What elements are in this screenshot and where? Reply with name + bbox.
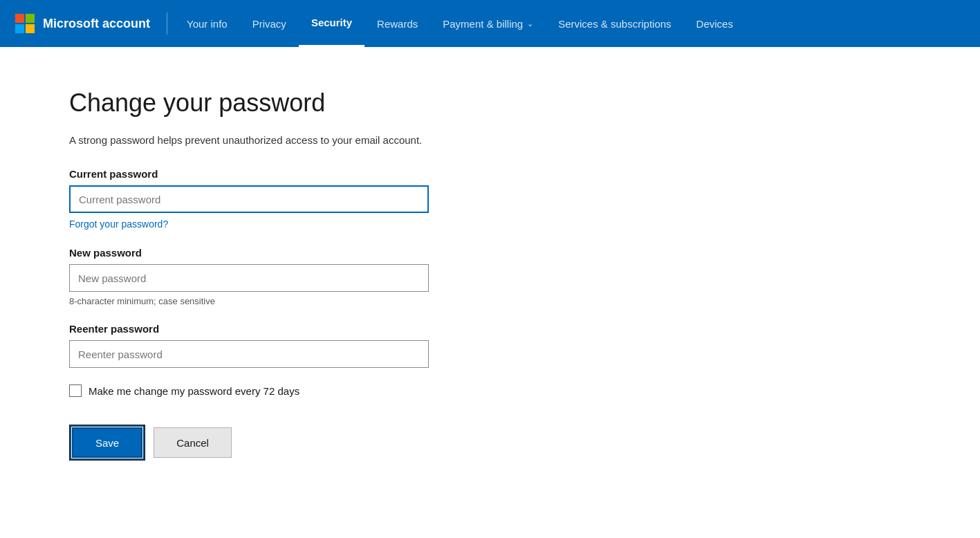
page-title: Change your password (69, 89, 484, 118)
current-password-label: Current password (69, 168, 484, 180)
new-password-input[interactable] (69, 264, 429, 292)
brand: Microsoft account (14, 12, 167, 35)
change-password-checkbox-label[interactable]: Make me change my password every 72 days (89, 385, 299, 397)
reenter-password-group: Reenter password (69, 323, 484, 368)
reenter-password-label: Reenter password (69, 323, 484, 335)
new-password-group: New password 8-character minimum; case s… (69, 247, 484, 306)
nav-item-devices[interactable]: Devices (684, 0, 746, 47)
nav-item-services-subscriptions[interactable]: Services & subscriptions (546, 0, 683, 47)
nav-item-security[interactable]: Security (299, 0, 364, 47)
new-password-hint: 8-character minimum; case sensitive (69, 296, 484, 306)
header: Microsoft account Your info Privacy Secu… (0, 0, 980, 47)
page-description: A strong password helps prevent unauthor… (69, 134, 484, 146)
svg-rect-0 (15, 14, 24, 23)
change-password-checkbox-group: Make me change my password every 72 days (69, 384, 484, 397)
main-content: Change your password A strong password h… (0, 47, 553, 502)
nav-item-your-info[interactable]: Your info (174, 0, 240, 47)
new-password-label: New password (69, 247, 484, 259)
cancel-button[interactable]: Cancel (154, 427, 232, 458)
reenter-password-input[interactable] (69, 340, 429, 368)
change-password-checkbox[interactable] (69, 384, 82, 397)
chevron-down-icon: ⌄ (527, 19, 533, 28)
nav-item-rewards[interactable]: Rewards (364, 0, 430, 47)
forgot-password-link[interactable]: Forgot your password? (69, 219, 168, 230)
save-button-wrapper: Save (69, 425, 145, 461)
save-button[interactable]: Save (72, 427, 142, 458)
microsoft-icon (14, 12, 36, 35)
svg-rect-2 (15, 24, 24, 33)
button-group: Save Cancel (69, 425, 484, 461)
svg-rect-1 (26, 14, 35, 23)
brand-name: Microsoft account (43, 17, 150, 31)
nav-item-payment-billing[interactable]: Payment & billing ⌄ (430, 0, 546, 47)
main-nav: Your info Privacy Security Rewards Payme… (174, 0, 966, 47)
current-password-input[interactable] (69, 185, 429, 213)
current-password-group: Current password Forgot your password? (69, 168, 484, 230)
svg-rect-3 (26, 24, 35, 33)
nav-item-privacy[interactable]: Privacy (240, 0, 299, 47)
